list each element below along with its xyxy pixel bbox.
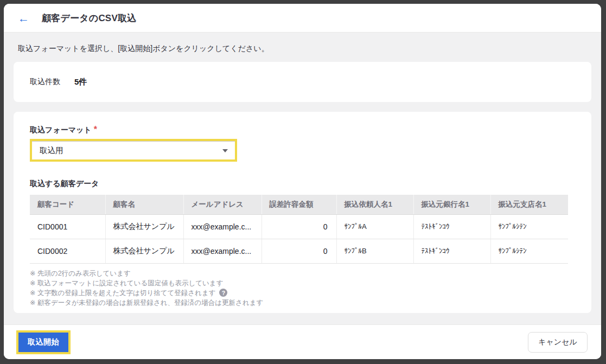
import-count-value: 5件: [74, 77, 87, 87]
table-header-row: 顧客コード 顧客名 メールアドレス 誤差許容金額 振込依頼人名1 振込元銀行名1…: [30, 195, 568, 214]
format-field-label-row: 取込フォーマット*: [30, 125, 575, 135]
col-header-payer-name: 振込依頼人名1: [336, 195, 413, 214]
cell-tolerance-amount: 0: [261, 214, 336, 239]
instruction-text: 取込フォーマットを選択し、[取込開始]ボタンをクリックしてください。: [18, 44, 591, 54]
cell-customer-name: 株式会社サンプル: [105, 239, 183, 263]
col-header-customer-name: 顧客名: [105, 195, 183, 214]
cell-customer-code: CID0001: [30, 214, 105, 239]
cell-customer-name: 株式会社サンプル: [105, 214, 183, 239]
cell-source-bank: ﾃｽﾄｷﾞﾝｺｳ: [413, 239, 490, 263]
cell-source-branch: ｻﾝﾌﾟﾙｼﾃﾝ: [490, 214, 568, 239]
page-title: 顧客データのCSV取込: [42, 12, 136, 24]
notes-list: ※ 先頭の2行のみ表示しています ※ 取込フォーマットに設定されている固定値も表…: [30, 269, 575, 308]
note-line: ※ 文字数の登録上限を超えた文字は切り捨てて登録されます ?: [30, 288, 575, 298]
col-header-customer-code: 顧客コード: [30, 195, 105, 214]
preview-table-label: 取込する顧客データ: [30, 179, 575, 189]
cell-source-branch: ｻﾝﾌﾟﾙｼﾃﾝ: [490, 239, 568, 263]
back-arrow-icon[interactable]: ←: [18, 12, 29, 24]
cell-email: xxx@example.c...: [183, 239, 261, 263]
cell-payer-name: ｻﾝﾌﾟﾙA: [336, 214, 413, 239]
cell-tolerance-amount: 0: [261, 239, 336, 263]
format-field-label: 取込フォーマット: [30, 125, 92, 134]
note-text: ※ 取込フォーマットに設定されている固定値も表示しています: [30, 278, 223, 288]
required-asterisk: *: [94, 125, 97, 134]
customer-preview-table: 顧客コード 顧客名 メールアドレス 誤差許容金額 振込依頼人名1 振込元銀行名1…: [30, 195, 568, 264]
col-header-tolerance-amount: 誤差許容金額: [261, 195, 336, 214]
cell-payer-name: ｻﾝﾌﾟﾙB: [336, 239, 413, 263]
dialog-footer: 取込開始 キャンセル: [4, 324, 601, 359]
cancel-button[interactable]: キャンセル: [528, 332, 588, 353]
note-line: ※ 顧客データが未登録の場合は新規登録され、登録済の場合は更新されます: [30, 298, 575, 308]
note-text: ※ 顧客データが未登録の場合は新規登録され、登録済の場合は更新されます: [30, 298, 263, 308]
cell-source-bank: ﾃｽﾄｷﾞﾝｺｳ: [413, 214, 490, 239]
col-header-email: メールアドレス: [183, 195, 261, 214]
cell-email: xxx@example.c...: [183, 214, 261, 239]
dialog-body: 取込フォーマットを選択し、[取込開始]ボタンをクリックしてください。 取込件数 …: [4, 33, 601, 324]
import-form-panel: 取込フォーマット* 取込用 取込する顧客データ 顧客コード: [14, 112, 591, 313]
note-text: ※ 文字数の登録上限を超えた文字は切り捨てて登録されます: [30, 288, 215, 298]
note-text: ※ 先頭の2行のみ表示しています: [30, 269, 131, 278]
start-button-highlight: 取込開始: [16, 330, 71, 354]
format-select-highlight: 取込用: [30, 139, 237, 162]
csv-import-dialog: ← 顧客データのCSV取込 取込フォーマットを選択し、[取込開始]ボタンをクリッ…: [4, 4, 601, 359]
help-icon[interactable]: ?: [219, 289, 227, 297]
format-select[interactable]: 取込用: [32, 141, 235, 159]
import-count-panel: 取込件数 5件: [14, 62, 591, 102]
table-row: CID0002 株式会社サンプル xxx@example.c... 0 ｻﾝﾌﾟ…: [30, 239, 568, 263]
format-select-value: 取込用: [40, 145, 63, 156]
col-header-source-branch: 振込元支店名1: [490, 195, 568, 214]
note-line: ※ 取込フォーマットに設定されている固定値も表示しています: [30, 278, 575, 288]
col-header-source-bank: 振込元銀行名1: [413, 195, 490, 214]
start-import-button[interactable]: 取込開始: [18, 333, 68, 352]
table-row: CID0001 株式会社サンプル xxx@example.c... 0 ｻﾝﾌﾟ…: [30, 214, 568, 239]
note-line: ※ 先頭の2行のみ表示しています: [30, 269, 575, 278]
import-count-label: 取込件数: [30, 77, 60, 87]
chevron-down-icon: [222, 149, 228, 152]
cell-customer-code: CID0002: [30, 239, 105, 263]
dialog-header: ← 顧客データのCSV取込: [4, 4, 601, 33]
